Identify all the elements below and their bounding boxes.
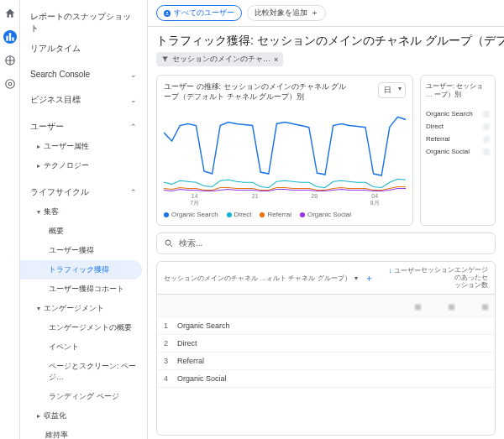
- caret-right-icon: ▸: [37, 412, 40, 420]
- x-axis-ticks: 14 7月212804 8月: [164, 193, 406, 207]
- sidebar-item-monetize[interactable]: ▸収益化: [20, 406, 147, 426]
- caret-down-icon: ▾: [37, 305, 40, 312]
- caret-right-icon: ▸: [37, 143, 40, 150]
- sidebar-item-pages[interactable]: ページとスクリーン: ページ…: [20, 357, 147, 387]
- legend-item[interactable]: Referral: [260, 211, 291, 218]
- sidebar-item-lifecycle[interactable]: ライフサイクル⌃: [20, 182, 147, 202]
- explore-icon[interactable]: [3, 54, 17, 67]
- legend-item[interactable]: Organic Search: [164, 211, 218, 218]
- col-primary[interactable]: セッションのメインのチャネル …ォルト チャネル グループ）: [164, 274, 351, 283]
- side-title: ユーザー: セッショ … ープ）別: [426, 82, 490, 98]
- caret-down-icon: ▾: [37, 208, 40, 216]
- table-row[interactable]: 4Organic Social: [157, 370, 495, 388]
- side-row: Organic Search: [426, 110, 490, 118]
- table-summary-row: ▅▅▅: [157, 295, 495, 317]
- sidebar: レポートのスナップショット リアルタイム Search Console⌄ ビジネ…: [20, 0, 148, 439]
- chip-all-users[interactable]: すべてのユーザー: [156, 5, 242, 21]
- sidebar-item-overview[interactable]: 概要: [20, 222, 147, 241]
- chart-legend: Organic SearchDirectReferralOrganic Soci…: [164, 211, 406, 218]
- chevron-up-icon: ⌃: [130, 123, 137, 131]
- sidebar-item-events[interactable]: イベント: [20, 337, 147, 357]
- table-row[interactable]: 2Direct: [157, 335, 495, 353]
- col-eng-sessions[interactable]: エンゲージのあったセッション数: [454, 267, 488, 289]
- side-row: Referral: [426, 135, 490, 143]
- svg-point-5: [166, 12, 168, 13]
- col-sessions[interactable]: セッション: [421, 267, 454, 289]
- sidebar-item-realtime[interactable]: リアルタイム: [20, 39, 147, 59]
- sidebar-item-user[interactable]: ユーザー⌃: [20, 117, 147, 137]
- plus-icon: ＋: [311, 8, 318, 18]
- close-icon[interactable]: ×: [274, 55, 278, 64]
- data-table: セッションのメインのチャネル …ォルト チャネル グループ） ▾ ＋ ↓ユーザー…: [156, 261, 496, 436]
- sidebar-item-snapshot[interactable]: レポートのスナップショット: [20, 7, 147, 39]
- sidebar-item-user-acq-cohort[interactable]: ユーザー獲得コホート: [20, 280, 147, 299]
- chevron-up-icon: ⌃: [130, 188, 137, 196]
- search-icon: [164, 238, 174, 248]
- sidebar-item-engagement[interactable]: ▾エンゲージメント: [20, 299, 147, 318]
- user-dot-icon: [164, 10, 171, 17]
- sidebar-item-biz-goal[interactable]: ビジネス目標⌄: [20, 90, 147, 110]
- sidebar-item-user-attr[interactable]: ▸ユーザー属性: [20, 137, 147, 156]
- sidebar-item-landing[interactable]: ランディング ページ: [20, 387, 147, 406]
- comparison-bar: すべてのユーザー 比較対象を追加＋: [148, 0, 504, 27]
- svg-point-6: [165, 240, 171, 245]
- sidebar-item-search-console[interactable]: Search Console⌄: [20, 65, 147, 83]
- add-dimension-icon[interactable]: ＋: [365, 272, 374, 285]
- chevron-down-icon: ⌄: [130, 96, 137, 104]
- sidebar-item-traffic-acq[interactable]: トラフィック獲得: [20, 260, 142, 280]
- filter-icon: [161, 55, 169, 63]
- svg-point-2: [8, 82, 12, 86]
- legend-item[interactable]: Organic Social: [300, 211, 351, 218]
- date-unit-select[interactable]: 日: [378, 82, 406, 98]
- line-chart: [164, 107, 406, 193]
- table-row[interactable]: 1Organic Search: [157, 317, 495, 335]
- sidebar-item-eng-overview[interactable]: エンゲージメントの概要: [20, 318, 147, 337]
- chip-add-compare[interactable]: 比較対象を追加＋: [247, 5, 326, 21]
- sidebar-item-user-acq[interactable]: ユーザー獲得: [20, 241, 147, 260]
- table-search[interactable]: 検索...: [156, 233, 496, 254]
- home-icon[interactable]: [3, 7, 17, 20]
- side-breakdown-card: ユーザー: セッショ … ープ）別 Organic SearchDirectRe…: [420, 75, 496, 226]
- reports-icon[interactable]: [3, 30, 17, 44]
- side-row: Direct: [426, 123, 490, 130]
- search-placeholder: 検索...: [179, 238, 202, 249]
- legend-item[interactable]: Direct: [227, 211, 252, 218]
- table-row[interactable]: 3Referral: [157, 353, 495, 370]
- side-row: Organic Social: [426, 148, 490, 155]
- caret-right-icon: ▸: [37, 162, 40, 170]
- page-title: トラフィック獲得: セッションのメインのチャネル グループ（デフォルト チャネル…: [148, 27, 504, 52]
- filter-chip[interactable]: セッションのメインのチャ… ×: [156, 52, 283, 66]
- chart-title: ユーザー の推移: セッションのメインのチャネル グループ（デフォルト チャネル…: [164, 82, 349, 102]
- sort-down-icon: ↓: [389, 266, 393, 274]
- chevron-down-icon: ⌄: [130, 71, 137, 79]
- ads-icon[interactable]: [3, 77, 17, 91]
- trend-chart-card: ユーザー の推移: セッションのメインのチャネル グループ（デフォルト チャネル…: [156, 75, 413, 226]
- col-users[interactable]: ↓ユーザー: [387, 267, 421, 289]
- sidebar-item-tech[interactable]: ▸テクノロジー: [20, 156, 147, 175]
- dropdown-icon[interactable]: ▾: [354, 274, 358, 282]
- svg-point-1: [5, 80, 14, 89]
- sidebar-item-acquisition[interactable]: ▾集客: [20, 202, 147, 222]
- sidebar-item-retention[interactable]: 維持率: [20, 426, 147, 439]
